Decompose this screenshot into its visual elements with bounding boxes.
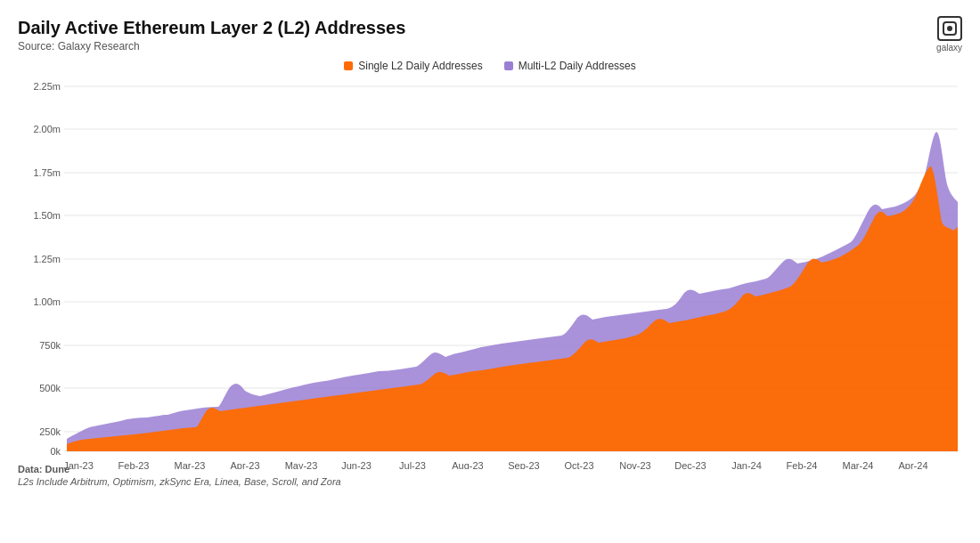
svg-text:0k: 0k (50, 446, 61, 457)
svg-text:Apr-24: Apr-24 (898, 460, 927, 469)
galaxy-text: galaxy (936, 43, 962, 53)
svg-text:500k: 500k (39, 383, 61, 393)
svg-text:1.25m: 1.25m (33, 254, 61, 264)
galaxy-logo: galaxy (936, 16, 962, 53)
svg-text:250k: 250k (39, 426, 61, 437)
footer-note: L2s Include Arbitrum, Optimism, zkSync E… (18, 476, 962, 487)
svg-text:1.75m: 1.75m (33, 167, 61, 178)
svg-text:Sep-23: Sep-23 (508, 460, 539, 469)
svg-text:Mar-23: Mar-23 (175, 460, 206, 469)
legend-multi-l2-label: Multi-L2 Daily Addresses (519, 60, 636, 72)
svg-text:Nov-23: Nov-23 (619, 460, 650, 469)
legend-single-l2: Single L2 Daily Addresses (344, 60, 482, 72)
svg-text:Mar-24: Mar-24 (843, 460, 874, 469)
main-chart-svg: 2.25m 2.00m 1.75m 1.50m 1.25m 1.00m 750k… (18, 77, 962, 469)
chart-container: Daily Active Ethereum Layer 2 (L2) Addre… (0, 0, 980, 543)
chart-area: 2.25m 2.00m 1.75m 1.50m 1.25m 1.00m 750k… (18, 77, 962, 473)
legend-multi-l2: Multi-L2 Daily Addresses (504, 60, 636, 72)
chart-title: Daily Active Ethereum Layer 2 (L2) Addre… (18, 18, 962, 38)
galaxy-icon (937, 16, 962, 41)
svg-text:Jul-23: Jul-23 (399, 460, 426, 469)
chart-legend: Single L2 Daily Addresses Multi-L2 Daily… (18, 60, 962, 72)
svg-text:May-23: May-23 (285, 460, 318, 469)
chart-header: Daily Active Ethereum Layer 2 (L2) Addre… (18, 18, 962, 53)
legend-single-l2-dot (344, 61, 353, 70)
legend-single-l2-label: Single L2 Daily Addresses (358, 60, 482, 72)
svg-text:Feb-24: Feb-24 (787, 460, 818, 469)
svg-text:Jan-24: Jan-24 (731, 460, 762, 469)
svg-text:Oct-23: Oct-23 (564, 460, 593, 469)
svg-text:Feb-23: Feb-23 (118, 460, 150, 469)
svg-text:Apr-23: Apr-23 (230, 460, 259, 469)
svg-text:Jan-23: Jan-23 (63, 460, 94, 469)
svg-text:1.00m: 1.00m (33, 296, 61, 307)
legend-multi-l2-dot (504, 61, 513, 70)
svg-text:2.00m: 2.00m (33, 124, 61, 134)
svg-text:Jun-23: Jun-23 (341, 460, 372, 469)
chart-subtitle: Source: Galaxy Research (18, 40, 962, 53)
svg-text:Dec-23: Dec-23 (674, 460, 706, 469)
svg-point-1 (947, 26, 952, 31)
svg-text:2.25m: 2.25m (33, 81, 61, 92)
svg-text:1.50m: 1.50m (33, 210, 61, 221)
svg-text:Aug-23: Aug-23 (452, 460, 483, 469)
svg-text:750k: 750k (39, 340, 61, 351)
